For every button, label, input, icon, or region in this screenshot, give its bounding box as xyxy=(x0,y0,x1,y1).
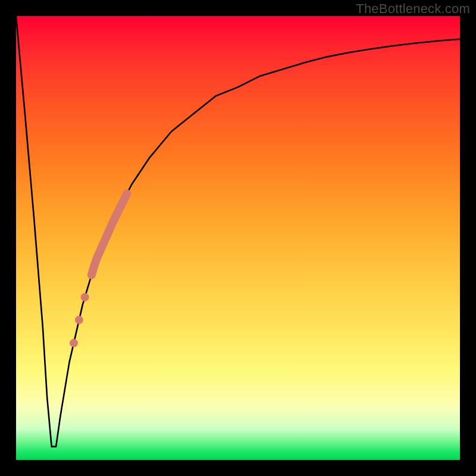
highlight-segment xyxy=(92,193,127,275)
highlight-dot xyxy=(75,316,83,324)
plot-area xyxy=(16,16,460,460)
highlight-dot xyxy=(70,339,78,347)
chart-frame: TheBottleneck.com xyxy=(0,0,476,476)
highlight-dot xyxy=(81,293,89,302)
curve-svg xyxy=(16,16,460,460)
watermark-text: TheBottleneck.com xyxy=(356,1,470,17)
highlight-dots-group xyxy=(70,293,89,347)
bottleneck-curve xyxy=(16,16,460,447)
